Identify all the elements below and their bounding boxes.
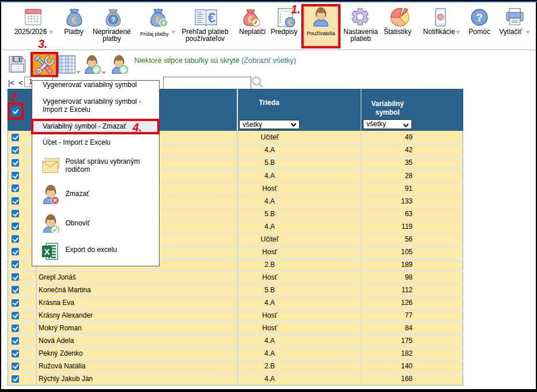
svg-text:?: ?: [111, 16, 115, 23]
svg-text:?: ?: [476, 12, 483, 24]
svg-text:€: €: [208, 10, 215, 25]
svg-text:€: €: [71, 15, 77, 26]
svg-text:X: X: [44, 247, 50, 257]
svg-text:€: €: [288, 18, 293, 27]
